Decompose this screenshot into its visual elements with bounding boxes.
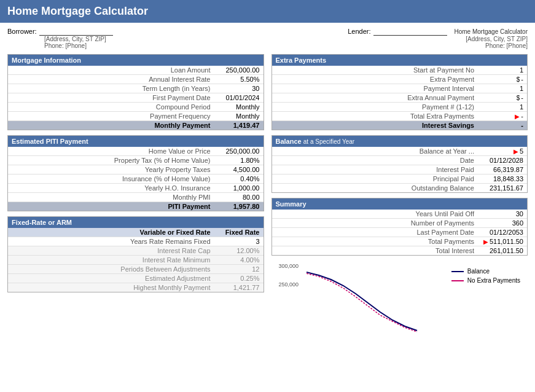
chart-y-label-250k: 250,000: [279, 281, 299, 288]
table-row: Extra Annual Payment $ -: [272, 93, 528, 103]
table-row: Total Extra Payments ▶ -: [272, 112, 528, 121]
mortgage-info-body: Loan Amount 250,000.00 Annual Interest R…: [8, 66, 264, 130]
mortgage-info-section: Mortgage Information Loan Amount 250,000…: [7, 54, 264, 130]
table-row: Principal Paid 18,848.33: [272, 174, 528, 184]
table-row: Last Payment Date 01/12/2053: [272, 228, 528, 237]
top-info-bar: Borrower: [Address, City, ST ZIP] Phone:…: [0, 23, 535, 52]
arm-header: Fixed-Rate or ARM: [8, 217, 264, 228]
table-row: Start at Payment No 1: [272, 66, 528, 75]
table-row: Monthly PMI 80.00: [8, 193, 264, 202]
summary-header: Summary: [272, 198, 528, 210]
borrower-field[interactable]: [39, 28, 113, 36]
piti-body: Home Value or Price 250,000.00 Property …: [8, 147, 264, 211]
main-content: Mortgage Information Loan Amount 250,000…: [0, 52, 535, 342]
arm-body: Variable or Fixed Rate Fixed Rate Years …: [8, 228, 264, 292]
legend-balance-label: Balance: [467, 268, 490, 275]
piti-section: Estimated PITI Payment Home Value or Pri…: [7, 135, 264, 211]
table-row: Payment Interval 1: [272, 84, 528, 93]
table-row: Interest Rate Minimum 4.00%: [8, 256, 264, 265]
lender-label: Lender:: [348, 28, 370, 35]
lender-phone: Phone: [Phone]: [485, 42, 528, 49]
table-row: Years Rate Remains Fixed 3: [8, 237, 264, 246]
balance-section: Balance at a Specified Year Balance at Y…: [271, 135, 528, 193]
table-row: Date 01/12/2028: [272, 156, 528, 165]
table-row: Balance at Year ... ▶ 5: [272, 147, 528, 156]
mortgage-info-header: Mortgage Information: [8, 55, 264, 66]
table-row: Loan Amount 250,000.00: [8, 66, 264, 75]
arm-type-row: Variable or Fixed Rate Fixed Rate: [8, 228, 264, 237]
borrower-section: Borrower: [Address, City, ST ZIP] Phone:…: [7, 28, 113, 49]
left-column: Mortgage Information Loan Amount 250,000…: [7, 54, 264, 339]
table-row: Term Length (in Years) 30: [8, 84, 264, 93]
table-row: Interest Paid 66,319.87: [272, 165, 528, 174]
borrower-address: [Address, City, ST ZIP]: [44, 36, 106, 42]
table-row: Annual Interest Rate 5.50%: [8, 75, 264, 84]
chart-legend: Balance No Extra Payments: [451, 263, 520, 284]
table-row: Extra Payment $ -: [272, 75, 528, 84]
lender-field[interactable]: [373, 28, 447, 36]
table-row: Property Tax (% of Home Value) 1.80%: [8, 156, 264, 165]
table-row: Home Value or Price 250,000.00: [8, 147, 264, 156]
chart-svg: [307, 266, 429, 334]
monthly-payment-row: Monthly Payment 1,419.47: [8, 121, 264, 130]
table-row: Yearly H.O. Insurance 1,000.00: [8, 184, 264, 193]
table-row: Interest Rate Cap 12.00%: [8, 246, 264, 256]
legend-no-extra: No Extra Payments: [451, 277, 520, 284]
summary-body: Years Until Paid Off 30 Number of Paymen…: [272, 210, 528, 255]
balance-header: Balance at a Specified Year: [272, 136, 528, 147]
chart-y-label-300k: 300,000: [279, 263, 299, 269]
indicator-icon: ▶: [515, 113, 520, 120]
table-row: Yearly Property Taxes 4,500.00: [8, 165, 264, 174]
legend-balance: Balance: [451, 268, 520, 275]
extra-payments-section: Extra Payments Start at Payment No 1 Ext…: [271, 54, 528, 130]
table-row: Years Until Paid Off 30: [272, 210, 528, 219]
table-row: Number of Payments 360: [272, 219, 528, 228]
extra-payments-header: Extra Payments: [272, 55, 528, 66]
no-extra-line-icon: [451, 280, 464, 281]
arm-section: Fixed-Rate or ARM Variable or Fixed Rate…: [7, 216, 264, 292]
table-row: Periods Between Adjustments 12: [8, 265, 264, 274]
table-row: Outstanding Balance 231,151.67: [272, 184, 528, 192]
borrower-phone: Phone: [Phone]: [44, 42, 87, 49]
chart-area: 300,000 250,000 Balance No Extra Payment…: [271, 261, 528, 339]
table-row: Total Interest 261,011.50: [272, 246, 528, 255]
piti-header: Estimated PITI Payment: [8, 136, 264, 147]
table-row: Compound Period Monthly: [8, 103, 264, 112]
table-row: First Payment Date 01/01/2024: [8, 93, 264, 103]
balance-line-icon: [451, 271, 464, 272]
table-row: Estimated Adjustment 0.25%: [8, 274, 264, 283]
piti-payment-row: PITI Payment 1,957.80: [8, 202, 264, 211]
right-column: Extra Payments Start at Payment No 1 Ext…: [271, 54, 528, 339]
lender-address: [Address, City, ST ZIP]: [466, 36, 528, 42]
table-row: Total Payments ▶ 511,011.50: [272, 237, 528, 246]
table-row: Highest Monthly Payment 1,421.77: [8, 283, 264, 292]
lender-section: Lender: Home Mortgage Calculator [Addres…: [348, 28, 528, 49]
extra-payments-body: Start at Payment No 1 Extra Payment $ - …: [272, 66, 528, 130]
app-title: Home Mortgage Calculator: [0, 0, 535, 23]
balance-chart: 300,000 250,000: [279, 263, 442, 337]
indicator-icon: ▶: [514, 148, 518, 155]
table-row: Payment Frequency Monthly: [8, 112, 264, 121]
legend-no-extra-label: No Extra Payments: [467, 277, 520, 284]
lender-app-title: Home Mortgage Calculator: [455, 28, 528, 35]
table-row: Insurance (% of Home Value) 0.40%: [8, 174, 264, 184]
balance-body: Balance at Year ... ▶ 5 Date 01/12/2028 …: [272, 147, 528, 192]
borrower-label: Borrower:: [7, 28, 37, 35]
table-row: Payment # (1-12) 1: [272, 103, 528, 112]
indicator-icon: ▶: [483, 238, 488, 245]
summary-section: Summary Years Until Paid Off 30 Number o…: [271, 198, 528, 256]
interest-savings-row: Interest Savings -: [272, 121, 528, 130]
